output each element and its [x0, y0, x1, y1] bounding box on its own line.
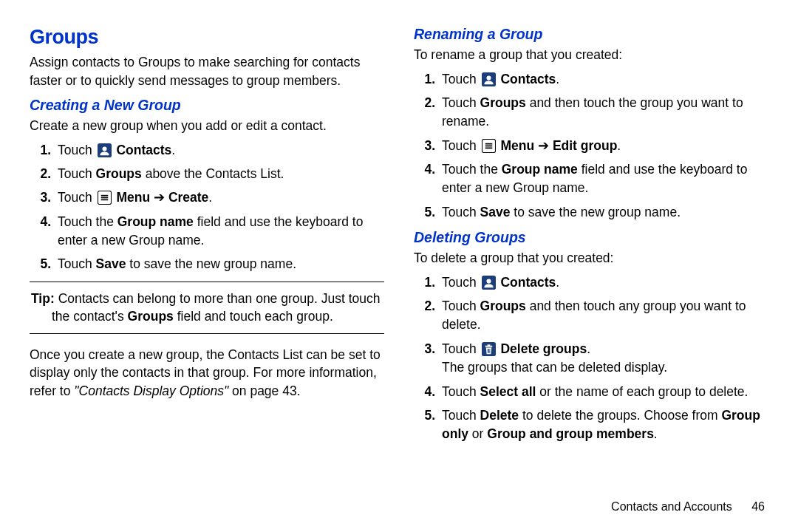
list-item: Touch the Group name field and use the k… — [55, 213, 384, 250]
list-item: Touch Menu ➔ Create. — [55, 188, 384, 207]
tip-block: Tip: Contacts can belong to more than on… — [30, 282, 384, 334]
heading-deleting: Deleting Groups — [414, 229, 768, 246]
svg-rect-16 — [487, 344, 490, 346]
contacts-icon — [482, 276, 496, 290]
arrow-icon: ➔ — [534, 138, 553, 153]
creating-lead: Create a new group when you add or edit … — [30, 117, 384, 135]
contacts-icon — [98, 143, 112, 157]
page-body: Groups Assign contacts to Groups to make… — [0, 0, 798, 466]
list-item: Touch Contacts. — [55, 141, 384, 160]
list-item: Touch Menu ➔ Edit group. — [439, 137, 768, 155]
page-number: 46 — [751, 500, 765, 513]
svg-point-7 — [486, 75, 491, 80]
delete-groups-label: Delete groups — [500, 341, 587, 356]
menu-label: Menu — [500, 138, 534, 153]
footer-section: Contacts and Accounts — [611, 500, 732, 513]
deleting-steps: Touch Contacts. Touch Groups and then to… — [414, 273, 768, 444]
menu-icon — [482, 139, 496, 153]
renaming-lead: To rename a group that you created: — [414, 46, 768, 64]
contacts-label: Contacts — [500, 72, 556, 86]
svg-point-1 — [102, 146, 106, 151]
svg-point-13 — [486, 279, 491, 283]
page-footer: Contacts and Accounts 46 — [611, 500, 765, 514]
list-item: Touch Contacts. — [439, 70, 768, 89]
contacts-icon — [482, 72, 496, 86]
list-item: Touch Save to save the new group name. — [55, 255, 384, 273]
menu-label: Menu — [116, 190, 150, 205]
list-item: Touch the Group name field and use the k… — [439, 160, 768, 198]
heading-creating: Creating a New Group — [30, 97, 384, 114]
list-item: Touch Delete groups.The groups that can … — [439, 340, 768, 378]
list-item: Touch Groups and then touch any group yo… — [439, 297, 768, 335]
deleting-lead: To delete a group that you created: — [414, 249, 768, 267]
list-item: Touch Contacts. — [439, 273, 768, 292]
arrow-icon: ➔ — [150, 190, 168, 205]
post-tip-text: Once you create a new group, the Contact… — [30, 346, 384, 400]
heading-renaming: Renaming a Group — [414, 26, 768, 43]
list-item: Touch Select all or the name of each gro… — [439, 383, 768, 401]
list-item: Touch Save to save the new group name. — [439, 203, 768, 222]
cross-reference: "Contacts Display Options" — [74, 383, 228, 398]
heading-groups: Groups — [30, 26, 384, 49]
intro-text: Assign contacts to Groups to make search… — [30, 53, 384, 89]
list-item: Touch Delete to delete the groups. Choos… — [439, 406, 768, 444]
list-item: Touch Groups above the Contacts List. — [55, 165, 384, 183]
contacts-label: Contacts — [116, 143, 171, 157]
contacts-label: Contacts — [500, 275, 556, 290]
menu-icon — [98, 191, 112, 205]
trash-icon — [482, 342, 496, 356]
list-item: Touch Groups and then touch the group yo… — [439, 94, 768, 132]
tip-label: Tip: — [31, 291, 55, 306]
creating-steps: Touch Contacts. Touch Groups above the C… — [30, 141, 384, 274]
renaming-steps: Touch Contacts. Touch Groups and then to… — [414, 70, 768, 222]
